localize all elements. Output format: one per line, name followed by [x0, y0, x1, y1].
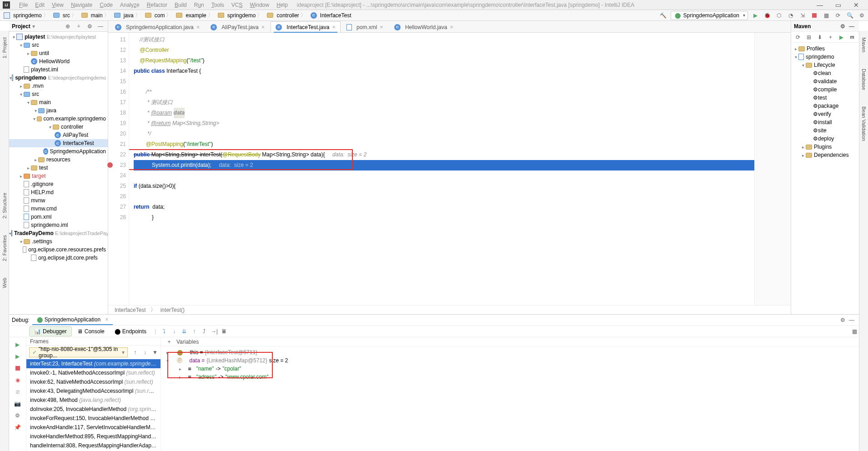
layout-button[interactable]: ▦ — [822, 11, 831, 20]
window-maximize-button[interactable]: ▭ — [829, 1, 847, 9]
menu-code[interactable]: Code — [96, 0, 116, 10]
breadcrumb-example[interactable]: example〉 — [174, 11, 215, 19]
menu-navigate[interactable]: Navigate — [67, 0, 96, 10]
menu-help[interactable]: Help — [273, 0, 291, 10]
stop-button[interactable] — [810, 11, 819, 20]
breadcrumb-springdemo-pkg[interactable]: springdemo〉 — [216, 11, 265, 19]
breadcrumb-com[interactable]: com〉 — [143, 11, 174, 19]
profile-button[interactable]: ◔ — [786, 11, 795, 20]
menu-run[interactable]: Run — [191, 0, 208, 10]
window-close-button[interactable]: ✕ — [847, 1, 865, 9]
run-config-label: SpringdemoApplication — [683, 12, 739, 19]
spring-leaf-icon: ⬤ — [675, 12, 681, 19]
debug-button[interactable]: 🐞 — [763, 11, 772, 20]
menu-tools[interactable]: Tools — [208, 0, 228, 10]
coverage-button[interactable]: ⬡ — [774, 11, 783, 20]
attach-button[interactable]: ⇲ — [798, 11, 807, 20]
menu-refactor[interactable]: Refactor — [143, 0, 171, 10]
build-button[interactable]: 🔨 — [659, 11, 668, 20]
menu-view[interactable]: View — [48, 0, 67, 10]
menu-analyze[interactable]: Analyze — [116, 0, 143, 10]
intellij-logo-icon: IJ — [3, 1, 10, 9]
menu-edit[interactable]: Edit — [31, 0, 48, 10]
run-config-combo[interactable]: ⬤ SpringdemoApplication — [671, 11, 748, 20]
breadcrumb-java[interactable]: java〉 — [112, 11, 142, 19]
breadcrumb-src[interactable]: src〉 — [51, 11, 79, 19]
window-minimize-button[interactable]: — — [811, 1, 829, 9]
menu-window[interactable]: Window — [246, 0, 273, 10]
settings-button[interactable]: ⚙ — [857, 11, 866, 20]
breadcrumb-main[interactable]: main〉 — [80, 11, 111, 19]
search-everywhere-button[interactable]: 🔍 — [845, 11, 854, 20]
update-button[interactable]: ⟳ — [833, 11, 843, 20]
menu-file[interactable]: File — [15, 0, 31, 10]
breadcrumb-controller[interactable]: controller〉 — [265, 11, 307, 19]
main-menubar: File Edit View Navigate Code Analyze Ref… — [14, 0, 293, 10]
run-button[interactable]: ▶ — [751, 11, 760, 20]
navigation-bar: springdemo〉 src〉 main〉 java〉 com〉 exampl… — [0, 10, 868, 21]
menu-build[interactable]: Build — [171, 0, 191, 10]
breadcrumb-interfacetest[interactable]: CInterfaceTest — [309, 12, 353, 19]
breadcrumb-springdemo[interactable]: springdemo〉 — [2, 11, 50, 19]
menu-vcs[interactable]: VCS — [228, 0, 246, 10]
window-title-text: ideaproject [E:\ideaproject] - ...\sprin… — [297, 2, 634, 8]
window-titlebar: IJ File Edit View Navigate Code Analyze … — [0, 0, 868, 10]
